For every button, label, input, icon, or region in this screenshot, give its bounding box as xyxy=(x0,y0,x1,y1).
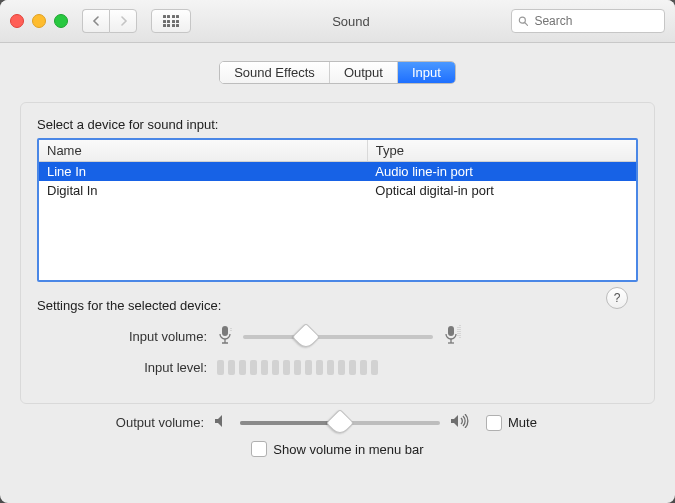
device-type: Optical digital-in port xyxy=(367,181,636,200)
tab-bar: Sound Effects Output Input xyxy=(14,61,661,84)
sound-preferences-window: Sound Sound Effects Output Input Select … xyxy=(0,0,675,503)
checkbox-icon xyxy=(486,415,502,431)
menubar-label: Show volume in menu bar xyxy=(273,442,423,457)
input-level-row: Input level: xyxy=(37,360,638,375)
speaker-high-icon xyxy=(450,414,472,431)
input-volume-label: Input volume: xyxy=(37,329,217,344)
svg-line-1 xyxy=(525,23,528,26)
device-type: Audio line-in port xyxy=(367,162,636,182)
help-button[interactable]: ? xyxy=(606,287,628,309)
input-panel: Select a device for sound input: Name Ty… xyxy=(20,102,655,404)
search-input[interactable] xyxy=(532,13,658,29)
show-all-button[interactable] xyxy=(151,9,191,33)
mute-label: Mute xyxy=(508,415,537,430)
tab-output[interactable]: Output xyxy=(330,62,398,83)
output-volume-row: Output volume: Mute xyxy=(34,414,641,431)
svg-point-0 xyxy=(519,17,525,23)
tab-sound-effects[interactable]: Sound Effects xyxy=(220,62,330,83)
minimize-icon[interactable] xyxy=(32,14,46,28)
zoom-icon[interactable] xyxy=(54,14,68,28)
mute-checkbox[interactable]: Mute xyxy=(486,415,537,431)
nav-buttons xyxy=(82,9,137,33)
back-button[interactable] xyxy=(82,9,109,33)
input-level-label: Input level: xyxy=(37,360,217,375)
close-icon[interactable] xyxy=(10,14,24,28)
chevron-left-icon xyxy=(92,16,101,26)
checkbox-icon xyxy=(251,441,267,457)
search-icon xyxy=(518,15,528,27)
chevron-right-icon xyxy=(119,16,128,26)
titlebar: Sound xyxy=(0,0,675,43)
menubar-row: Show volume in menu bar xyxy=(34,441,641,457)
col-type[interactable]: Type xyxy=(367,140,636,162)
show-volume-menubar-checkbox[interactable]: Show volume in menu bar xyxy=(251,441,423,457)
col-name[interactable]: Name xyxy=(39,140,367,162)
window-title: Sound xyxy=(199,14,503,29)
table-row[interactable]: Line In Audio line-in port xyxy=(39,162,636,182)
output-volume-slider[interactable] xyxy=(240,421,440,425)
input-volume-row: Input volume: xyxy=(37,325,638,348)
device-table[interactable]: Name Type Line In Audio line-in port Dig… xyxy=(37,138,638,282)
speaker-low-icon xyxy=(214,414,230,431)
search-field[interactable] xyxy=(511,9,665,33)
output-volume-label: Output volume: xyxy=(34,415,214,430)
svg-rect-6 xyxy=(448,326,454,336)
device-select-label: Select a device for sound input: xyxy=(37,117,638,132)
input-volume-slider[interactable] xyxy=(243,335,433,339)
device-name: Line In xyxy=(39,162,367,182)
table-row[interactable]: Digital In Optical digital-in port xyxy=(39,181,636,200)
window-controls xyxy=(10,14,68,28)
grid-icon xyxy=(163,15,180,27)
help-button-wrap: ? xyxy=(606,287,628,309)
tab-input[interactable]: Input xyxy=(398,62,455,83)
footer: Output volume: Mute xyxy=(14,404,661,457)
device-name: Digital In xyxy=(39,181,367,200)
slider-thumb[interactable] xyxy=(292,322,320,350)
forward-button[interactable] xyxy=(109,9,137,33)
svg-rect-2 xyxy=(222,326,228,336)
microphone-high-icon xyxy=(443,325,463,348)
input-level-meter xyxy=(217,360,378,375)
settings-label: Settings for the selected device: xyxy=(37,298,638,313)
microphone-low-icon xyxy=(217,325,233,348)
slider-thumb[interactable] xyxy=(326,408,354,436)
